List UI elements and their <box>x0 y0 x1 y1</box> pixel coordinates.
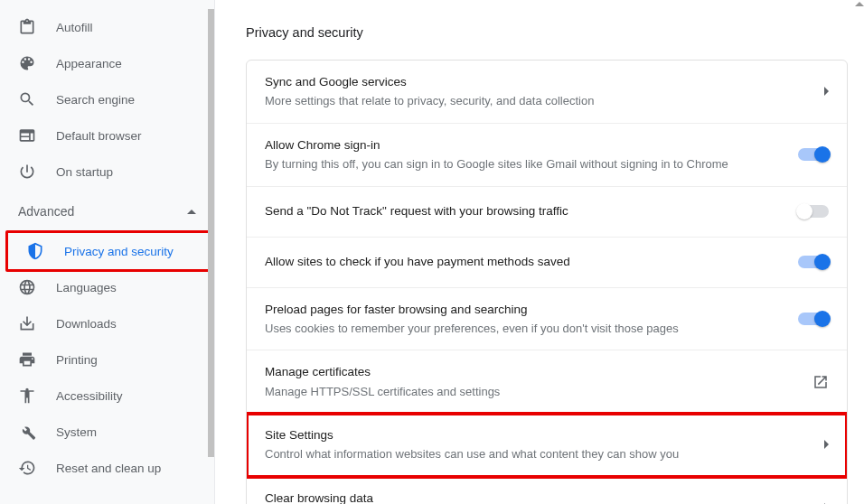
download-icon <box>18 314 36 332</box>
sidebar-advanced-toggle[interactable]: Advanced <box>0 193 214 229</box>
row-preload-pages[interactable]: Preload pages for faster browsing and se… <box>247 288 847 351</box>
sidebar-item-label: Appearance <box>56 57 122 70</box>
row-sub: By turning this off, you can sign in to … <box>265 155 784 173</box>
browser-icon <box>18 126 36 145</box>
arrow-right-icon <box>824 87 829 96</box>
main-content: Privacy and security Sync and Google ser… <box>215 0 864 504</box>
settings-card: Sync and Google services More settings t… <box>246 60 848 504</box>
sidebar-item-label: Autofill <box>56 21 93 34</box>
row-sub: Uses cookies to remember your preference… <box>265 320 784 338</box>
printer-icon <box>18 350 36 369</box>
chevron-up-icon <box>187 210 196 214</box>
globe-icon <box>18 278 36 296</box>
row-title: Manage certificates <box>265 363 798 381</box>
sidebar-item-label: System <box>56 425 97 439</box>
sidebar-item-label: Search engine <box>56 93 135 107</box>
clipboard-icon <box>18 18 36 36</box>
sidebar-item-label: Languages <box>56 281 117 294</box>
row-payment-methods-check[interactable]: Allow sites to check if you have payment… <box>247 238 847 288</box>
sidebar-item-on-startup[interactable]: On startup <box>0 154 214 190</box>
sidebar-item-label: Downloads <box>56 317 117 331</box>
row-title: Send a "Do Not Track" request with your … <box>265 202 784 220</box>
highlight-privacy: Privacy and security <box>5 230 211 272</box>
sidebar-item-appearance[interactable]: Appearance <box>0 45 214 81</box>
sidebar-item-default-browser[interactable]: Default browser <box>0 117 214 154</box>
row-sub: Manage HTTPS/SSL certificates and settin… <box>265 383 798 401</box>
row-title: Clear browsing data <box>265 490 810 504</box>
row-clear-browsing-data[interactable]: Clear browsing data Clear history, cooki… <box>247 477 847 504</box>
row-title: Allow sites to check if you have payment… <box>265 253 784 271</box>
sidebar-item-downloads[interactable]: Downloads <box>0 305 214 341</box>
sidebar-item-languages[interactable]: Languages <box>0 269 214 305</box>
toggle-do-not-track[interactable] <box>798 205 829 218</box>
search-icon <box>18 90 36 108</box>
row-manage-certificates[interactable]: Manage certificates Manage HTTPS/SSL cer… <box>247 350 847 414</box>
toggle-allow-signin[interactable] <box>798 148 829 161</box>
row-do-not-track[interactable]: Send a "Do Not Track" request with your … <box>247 187 847 238</box>
page-title: Privacy and security <box>246 25 848 40</box>
power-icon <box>18 163 36 181</box>
toggle-preload[interactable] <box>798 313 829 325</box>
sidebar-item-search-engine[interactable]: Search engine <box>0 81 214 117</box>
row-site-settings[interactable]: Site Settings Control what information w… <box>247 414 847 477</box>
palette-icon <box>18 54 36 72</box>
external-link-icon <box>812 374 829 390</box>
sidebar-item-label: Accessibility <box>56 389 123 403</box>
sidebar-item-accessibility[interactable]: Accessibility <box>0 378 214 414</box>
scroll-up-icon[interactable] <box>855 2 864 6</box>
sidebar-item-label: Default browser <box>56 129 142 143</box>
row-sub: Control what information websites can us… <box>265 445 810 463</box>
wrench-icon <box>18 423 36 441</box>
sidebar-item-label: Printing <box>56 353 98 367</box>
row-allow-chrome-signin[interactable]: Allow Chrome sign-in By turning this off… <box>247 124 847 187</box>
sidebar-item-autofill[interactable]: Autofill <box>0 9 214 45</box>
sidebar-item-system[interactable]: System <box>0 414 214 450</box>
sidebar-item-label: Privacy and security <box>64 245 174 258</box>
toggle-payment-check[interactable] <box>798 256 829 268</box>
advanced-label: Advanced <box>18 204 74 219</box>
sidebar-item-label: Reset and clean up <box>56 462 161 475</box>
row-title: Site Settings <box>265 426 810 444</box>
sidebar-item-privacy-security[interactable]: Privacy and security <box>8 233 208 269</box>
row-title: Allow Chrome sign-in <box>265 136 784 154</box>
row-sub: More settings that relate to privacy, se… <box>265 92 810 110</box>
sidebar-item-printing[interactable]: Printing <box>0 341 214 378</box>
row-title: Preload pages for faster browsing and se… <box>265 301 784 319</box>
sidebar-item-reset-clean-up[interactable]: Reset and clean up <box>0 450 214 486</box>
shield-icon <box>26 242 44 260</box>
row-title: Sync and Google services <box>265 73 810 91</box>
row-sync-google-services[interactable]: Sync and Google services More settings t… <box>247 61 847 124</box>
arrow-right-icon <box>824 440 829 449</box>
accessibility-icon <box>18 387 36 405</box>
sidebar-scrollbar[interactable] <box>208 9 214 457</box>
sidebar-item-label: On startup <box>56 165 113 179</box>
restore-icon <box>18 459 36 477</box>
settings-sidebar: Autofill Appearance Search engine Defaul… <box>0 0 215 504</box>
